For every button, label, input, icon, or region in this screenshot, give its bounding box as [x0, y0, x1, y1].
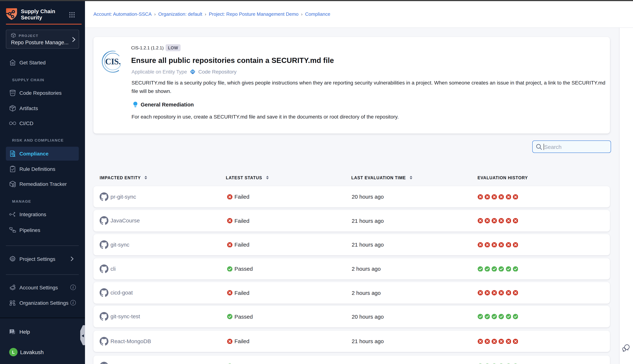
svg-text:?: ?	[11, 329, 13, 332]
svg-text:CIS.: CIS.	[105, 57, 121, 66]
svg-text:</>: </>	[191, 70, 194, 73]
svg-text:</>: </>	[11, 92, 14, 94]
